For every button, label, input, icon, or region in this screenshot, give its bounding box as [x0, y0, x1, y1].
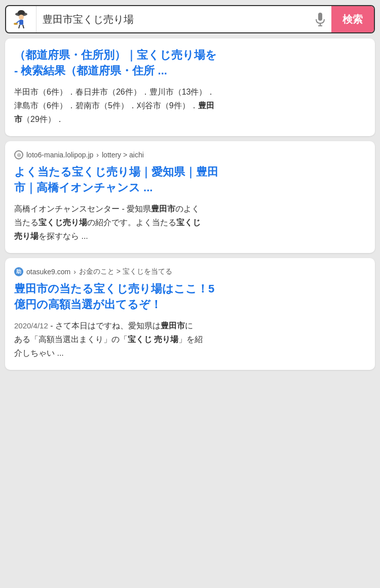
result-title-3[interactable]: 豊田市の当たる宝くじ売り場はここ！5 億円の高額当選が出てるぞ！ — [14, 281, 366, 313]
breadcrumb-2: ⊕ loto6-mania.lolipop.jp › lottery > aic… — [14, 150, 366, 159]
result-card-2: ⊕ loto6-mania.lolipop.jp › lottery > aic… — [5, 141, 375, 253]
goo-logo-icon — [10, 8, 32, 30]
breadcrumb-path-3: お金のこと > 宝くじを当てる — [79, 267, 172, 276]
result-desc-1: 半田市（6件）．春日井市（26件）．豊川市（13件）． 津島市（6件）．碧南市（… — [14, 85, 366, 127]
result-title-2[interactable]: よく当たる宝くじ売り場｜愛知県｜豊田市｜高橋イオンチャンス ... — [14, 164, 366, 196]
breadcrumb-path-2: lottery > aichi — [102, 151, 144, 159]
svg-point-2 — [19, 15, 24, 20]
svg-rect-3 — [19, 20, 23, 25]
result-card-1: （都道府県・住所別）｜宝くじ売り場を- 検索結果（都道府県・住所 ... 半田市… — [5, 38, 375, 136]
result-desc-2: 高橋イオンチャンスセンター - 愛知県豊田市のよく 当たる宝くじ売り場の紹介です… — [14, 202, 366, 243]
site-icon-3: 助 — [14, 267, 23, 276]
logo — [6, 5, 36, 33]
svg-point-7 — [14, 23, 18, 25]
breadcrumb-domain-2: loto6-mania.lolipop.jp — [26, 151, 93, 159]
results-container: （都道府県・住所別）｜宝くじ売り場を- 検索結果（都道府県・住所 ... 半田市… — [0, 33, 380, 375]
search-button[interactable]: 検索 — [331, 5, 374, 33]
svg-line-5 — [23, 25, 24, 28]
microphone-icon[interactable] — [309, 5, 331, 33]
svg-point-1 — [18, 10, 25, 15]
search-input[interactable] — [36, 14, 309, 25]
result-card-3: 助 otasuke9.com › お金のこと > 宝くじを当てる 豊田市の当たる… — [5, 258, 375, 370]
globe-icon: ⊕ — [14, 150, 23, 159]
breadcrumb-domain-3: otasuke9.com — [26, 268, 70, 276]
breadcrumb-arrow-2: › — [96, 151, 99, 159]
result-title-1[interactable]: （都道府県・住所別）｜宝くじ売り場を- 検索結果（都道府県・住所 ... — [14, 48, 366, 79]
result-date-3: 2020/4/12 — [14, 321, 48, 330]
breadcrumb-3: 助 otasuke9.com › お金のこと > 宝くじを当てる — [14, 267, 366, 276]
search-bar: 検索 — [5, 5, 375, 33]
svg-rect-8 — [318, 13, 322, 21]
breadcrumb-arrow-3: › — [73, 268, 76, 276]
svg-line-4 — [19, 25, 20, 28]
result-desc-3: 2020/4/12 - さて本日はですね、愛知県は豊田市に ある「高額当選出まく… — [14, 319, 366, 360]
